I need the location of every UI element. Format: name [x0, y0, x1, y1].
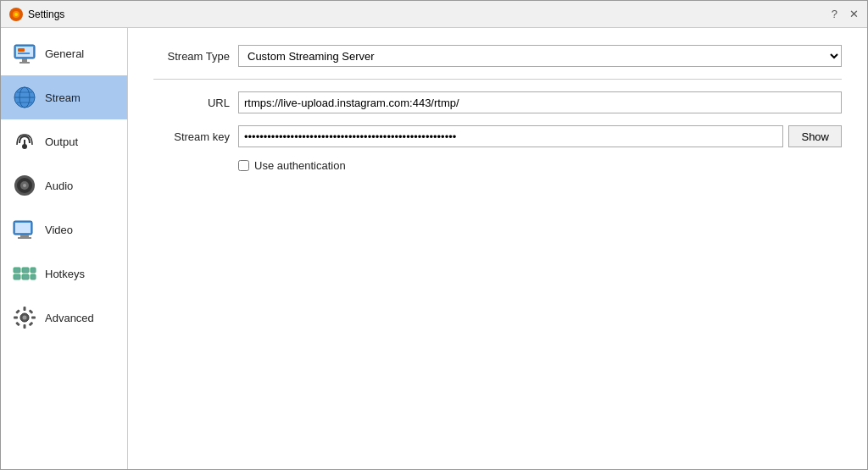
divider: [153, 79, 842, 80]
svg-rect-36: [15, 309, 20, 314]
url-wrap: [238, 91, 842, 113]
stream-type-select[interactable]: Custom Streaming Server Twitch YouTube F…: [238, 45, 842, 67]
stream-type-row: Stream Type Custom Streaming Server Twit…: [153, 45, 842, 67]
advanced-icon: [11, 304, 38, 331]
app-icon: [9, 8, 23, 21]
stream-key-label: Stream key: [153, 130, 230, 143]
use-auth-checkbox[interactable]: [238, 160, 249, 171]
stream-type-wrap: Custom Streaming Server Twitch YouTube F…: [238, 45, 842, 67]
svg-rect-38: [15, 322, 20, 327]
audio-icon: [11, 172, 38, 199]
svg-rect-35: [31, 317, 36, 319]
svg-rect-34: [14, 317, 18, 319]
svg-rect-5: [22, 58, 27, 62]
titlebar-controls: ? ✕: [832, 8, 859, 19]
sidebar-item-general[interactable]: General: [1, 31, 127, 75]
help-button[interactable]: ?: [832, 8, 837, 19]
output-icon: [11, 128, 38, 155]
sidebar: General Stream: [1, 28, 128, 469]
sidebar-label-audio: Audio: [45, 180, 73, 192]
general-icon: [11, 40, 38, 67]
svg-rect-7: [18, 48, 25, 52]
stream-key-row: Stream key Show: [153, 125, 842, 147]
stream-key-wrap: Show: [238, 125, 842, 147]
svg-rect-21: [15, 223, 31, 233]
svg-rect-23: [18, 237, 31, 239]
svg-rect-39: [29, 309, 34, 314]
svg-rect-22: [20, 235, 29, 237]
svg-point-2: [14, 13, 18, 16]
sidebar-item-stream[interactable]: Stream: [1, 75, 127, 119]
svg-rect-37: [29, 322, 34, 327]
window-title: Settings: [28, 8, 64, 20]
url-label: URL: [153, 97, 230, 109]
svg-rect-8: [18, 53, 30, 54]
svg-rect-32: [24, 307, 26, 311]
sidebar-label-stream: Stream: [45, 91, 81, 104]
sidebar-label-general: General: [45, 47, 84, 60]
sidebar-label-hotkeys: Hotkeys: [45, 268, 85, 280]
svg-rect-27: [14, 274, 20, 279]
svg-point-19: [23, 184, 26, 187]
svg-rect-26: [31, 268, 36, 273]
svg-rect-25: [22, 268, 29, 273]
stream-key-input[interactable]: [238, 125, 783, 147]
sidebar-label-video: Video: [45, 224, 73, 236]
titlebar-left: Settings: [9, 8, 64, 21]
svg-rect-24: [14, 268, 20, 273]
content-area: General Stream: [1, 28, 867, 469]
url-row: URL: [153, 91, 842, 113]
hotkeys-icon: [11, 260, 38, 287]
sidebar-item-video[interactable]: Video: [1, 207, 127, 252]
sidebar-label-output: Output: [45, 135, 78, 148]
close-button[interactable]: ✕: [849, 8, 859, 19]
use-auth-label: Use authentication: [254, 159, 346, 172]
stream-key-inner: Show: [238, 125, 842, 147]
url-input[interactable]: [238, 91, 842, 113]
svg-point-31: [23, 316, 27, 320]
stream-type-label: Stream Type: [153, 50, 230, 63]
main-panel: Stream Type Custom Streaming Server Twit…: [128, 28, 867, 469]
svg-rect-28: [22, 274, 29, 279]
svg-rect-6: [19, 62, 30, 64]
settings-window: Settings ? ✕: [0, 0, 868, 470]
titlebar: Settings ? ✕: [1, 1, 867, 28]
sidebar-item-hotkeys[interactable]: Hotkeys: [1, 252, 127, 296]
sidebar-item-audio[interactable]: Audio: [1, 163, 127, 207]
auth-row: Use authentication: [238, 159, 842, 172]
stream-icon: [11, 84, 38, 111]
svg-rect-29: [31, 274, 36, 279]
svg-rect-33: [24, 324, 26, 329]
sidebar-label-advanced: Advanced: [45, 312, 94, 324]
sidebar-item-advanced[interactable]: Advanced: [1, 296, 127, 340]
show-button[interactable]: Show: [788, 125, 842, 147]
video-icon: [11, 216, 38, 243]
sidebar-item-output[interactable]: Output: [1, 119, 127, 163]
